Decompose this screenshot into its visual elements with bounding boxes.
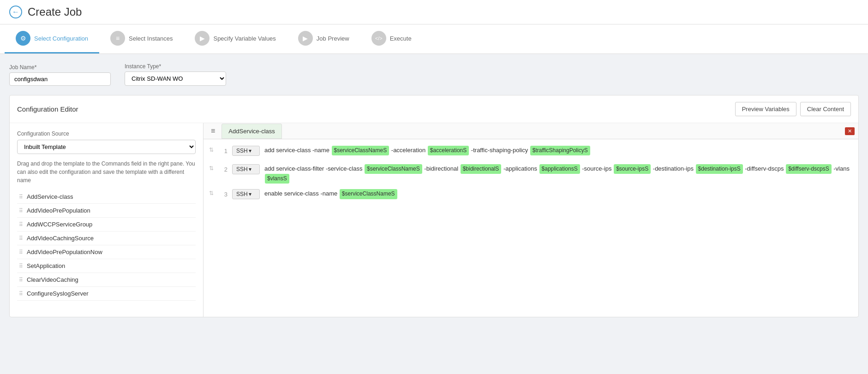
tab-execute[interactable]: </> Execute [360, 24, 423, 53]
tab-select-configuration[interactable]: ⚙ Select Configuration [5, 24, 99, 53]
command-tab-label: AddService-class [228, 128, 275, 135]
header-buttons: Preview Variables Clear Content [735, 102, 851, 116]
config-editor-header: Configuration Editor Preview Variables C… [10, 95, 858, 123]
row-number: 3 [218, 189, 227, 198]
page-title: Create Job [28, 6, 82, 18]
row-number: 1 [218, 146, 227, 154]
template-item[interactable]: ⠿ AddService-class [17, 190, 196, 204]
page-header: ← Create Job [0, 0, 868, 24]
back-button[interactable]: ← [9, 6, 22, 18]
drag-handle-icon: ⠿ [19, 194, 23, 200]
template-item-label: ClearVideoCaching [27, 276, 78, 283]
preview-variables-button[interactable]: Preview Variables [735, 102, 796, 116]
cmd-text: add service-class -name [264, 147, 331, 154]
var-tag: $vlansS [265, 174, 289, 184]
cmd-text: -diffserv-dscps [743, 165, 786, 172]
command-tab-bar: ≡ AddService-class ✕ [204, 123, 858, 139]
command-row: ⇅ 1 SSH ▾ add service-class -name $servi… [204, 143, 858, 161]
var-tag: $serviceClassNameS [340, 189, 397, 199]
back-icon: ← [12, 8, 19, 16]
tab-icon-preview: ▶ [298, 31, 313, 46]
row-command: enable service-class -name $serviceClass… [264, 189, 853, 199]
drag-handle-icon: ⠿ [19, 291, 23, 297]
var-tag: $diffserv-dscpsS [786, 164, 831, 174]
cmd-text: -destination-ips [651, 165, 695, 172]
tab-label-execute: Execute [390, 35, 412, 42]
config-source-group: Configuration Source Inbuilt Template Cu… [17, 131, 196, 154]
template-item-label: AddVideoPrePopulationNow [27, 249, 102, 255]
cmd-text: add service-class-filter -service-class [264, 165, 364, 172]
command-row: ⇅ 2 SSH ▾ add service-class-filter -serv… [204, 161, 858, 186]
content-area: Job Name* Instance Type* Citrix SD-WAN W… [0, 54, 868, 327]
template-item[interactable]: ⠿ ClearVideoCaching [17, 273, 196, 287]
row-type-select[interactable]: SSH ▾ [232, 189, 260, 199]
close-tab-button[interactable]: ✕ [845, 127, 855, 135]
cmd-text: -applications [502, 165, 539, 172]
instance-type-select[interactable]: Citrix SD-WAN WO Citrix SD-WAN SE Citrix… [125, 71, 226, 86]
cmd-text: -vlans [832, 165, 850, 172]
row-number: 2 [218, 164, 227, 173]
cmd-text: -bidirectional [423, 165, 460, 172]
template-item-label: AddService-class [27, 193, 73, 200]
template-item-label: ConfigureSyslogServer [27, 290, 89, 297]
menu-icon[interactable]: ≡ [207, 123, 219, 139]
job-name-label: Job Name* [9, 64, 111, 71]
cmd-text: -acceleration [389, 147, 427, 154]
var-tag: $trafficShapingPolicyS [530, 146, 590, 155]
cmd-text: -source-ips [581, 165, 614, 172]
command-tab-addservice[interactable]: AddService-class [221, 124, 281, 139]
template-item[interactable]: ⠿ AddWCCPServiceGroup [17, 218, 196, 232]
command-rows: ⇅ 1 SSH ▾ add service-class -name $servi… [204, 139, 858, 317]
row-drag-handle: ⇅ [209, 189, 214, 196]
var-tag: $source-ipsS [614, 164, 651, 174]
template-item[interactable]: ⠿ AddVideoPrePopulationNow [17, 245, 196, 259]
template-item-label: AddWCCPServiceGroup [27, 221, 92, 228]
wizard-tabs: ⚙ Select Configuration ≡ Select Instance… [0, 24, 868, 54]
job-name-group: Job Name* [9, 64, 111, 86]
tab-label-variables: Specify Variable Values [213, 35, 275, 42]
tab-icon-execute: </> [371, 31, 386, 46]
config-editor: Configuration Editor Preview Variables C… [9, 95, 859, 317]
row-type-select[interactable]: SSH ▾ [232, 146, 260, 156]
template-item-label: AddVideoCachingSource [27, 235, 94, 242]
chevron-down-icon: ▾ [249, 191, 251, 197]
instance-type-group: Instance Type* Citrix SD-WAN WO Citrix S… [125, 63, 226, 86]
template-item[interactable]: ⠿ SetApplication [17, 259, 196, 273]
tab-job-preview[interactable]: ▶ Job Preview [287, 24, 360, 53]
var-tag: $destination-ipsS [696, 164, 743, 174]
drag-handle-icon: ⠿ [19, 277, 23, 283]
tab-select-instances[interactable]: ≡ Select Instances [99, 24, 184, 53]
chevron-down-icon: ▾ [249, 166, 251, 172]
drag-hint: Drag and drop the template to the Comman… [17, 160, 196, 184]
cmd-text: -traffic-shaping-policy [469, 147, 530, 154]
tab-label-preview: Job Preview [317, 35, 349, 42]
config-source-select[interactable]: Inbuilt Template Custom Template [17, 140, 196, 154]
right-panel: ≡ AddService-class ✕ ⇅ 1 SSH ▾ add servi… [204, 123, 858, 317]
command-row: ⇅ 3 SSH ▾ enable service-class -name $se… [204, 186, 858, 205]
drag-handle-icon: ⠿ [19, 208, 23, 214]
drag-handle-icon: ⠿ [19, 263, 23, 269]
row-drag-handle: ⇅ [209, 146, 214, 153]
template-item[interactable]: ⠿ ConfigureSyslogServer [17, 287, 196, 301]
row-command: add service-class-filter -service-class … [264, 164, 853, 184]
row-type-select[interactable]: SSH ▾ [232, 164, 260, 174]
template-list: ⠿ AddService-class ⠿ AddVideoPrePopulati… [17, 190, 196, 309]
config-editor-body: Configuration Source Inbuilt Template Cu… [10, 123, 858, 317]
form-row: Job Name* Instance Type* Citrix SD-WAN W… [9, 63, 859, 86]
job-name-input[interactable] [9, 72, 111, 86]
tab-label-instances: Select Instances [129, 35, 173, 42]
template-item-label: SetApplication [27, 262, 65, 269]
drag-handle-icon: ⠿ [19, 221, 23, 228]
cmd-text: enable service-class -name [264, 190, 339, 197]
template-item[interactable]: ⠿ AddVideoCachingSource [17, 232, 196, 245]
clear-content-button[interactable]: Clear Content [800, 102, 851, 116]
row-drag-handle: ⇅ [209, 164, 214, 172]
var-tag: $serviceClassNameS [365, 164, 422, 174]
template-item[interactable]: ⠿ AddVideoPrePopulation [17, 204, 196, 218]
tab-icon-variables: ▶ [195, 31, 210, 46]
instance-type-label: Instance Type* [125, 63, 226, 70]
drag-handle-icon: ⠿ [19, 235, 23, 242]
var-tag: $serviceClassNameS [332, 146, 389, 155]
template-item-label: AddVideoPrePopulation [27, 207, 90, 214]
tab-specify-variables[interactable]: ▶ Specify Variable Values [184, 24, 287, 53]
